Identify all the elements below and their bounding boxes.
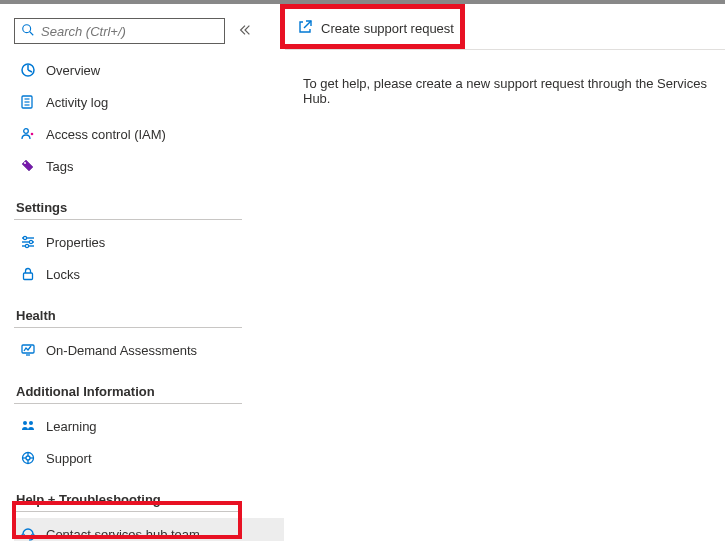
sidebar-item-label: Contact services hub team	[46, 527, 200, 542]
support-icon	[20, 450, 36, 466]
sidebar-item-label: Locks	[46, 267, 80, 282]
help-text: To get help, please create a new support…	[285, 50, 725, 132]
svg-line-1	[30, 31, 34, 35]
properties-icon	[20, 234, 36, 250]
svg-point-13	[29, 240, 32, 243]
svg-point-19	[23, 421, 27, 425]
access-control-icon	[20, 126, 36, 142]
headset-icon	[20, 526, 36, 541]
svg-point-7	[24, 129, 29, 134]
sidebar-item-properties[interactable]: Properties	[14, 226, 244, 258]
sidebar-item-contact-services-hub-team[interactable]: Contact services hub team	[14, 518, 284, 541]
svg-point-20	[29, 421, 33, 425]
external-link-icon	[297, 19, 313, 38]
section-divider	[14, 219, 242, 220]
section-divider	[14, 403, 242, 404]
collapse-sidebar-button[interactable]	[233, 19, 257, 43]
learning-icon	[20, 418, 36, 434]
chevron-double-left-icon	[238, 23, 252, 40]
svg-point-9	[24, 162, 26, 164]
sidebar-item-label: Activity log	[46, 95, 108, 110]
main-content: Create support request To get help, plea…	[285, 4, 725, 541]
svg-point-11	[23, 236, 26, 239]
lock-icon	[20, 266, 36, 282]
sidebar-item-on-demand-assessments[interactable]: On-Demand Assessments	[14, 334, 244, 366]
sidebar-item-label: Tags	[46, 159, 73, 174]
svg-rect-27	[22, 534, 24, 538]
sidebar: Overview Activity log Access control (IA…	[0, 4, 285, 541]
sidebar-item-label: Support	[46, 451, 92, 466]
svg-point-15	[25, 244, 28, 247]
svg-rect-28	[32, 534, 34, 538]
assessments-icon	[20, 342, 36, 358]
sidebar-item-label: Learning	[46, 419, 97, 434]
sidebar-item-tags[interactable]: Tags	[14, 150, 244, 182]
section-divider	[14, 511, 242, 512]
sidebar-item-activity-log[interactable]: Activity log	[14, 86, 244, 118]
sidebar-item-label: Access control (IAM)	[46, 127, 166, 142]
sidebar-item-support[interactable]: Support	[14, 442, 244, 474]
svg-rect-16	[24, 273, 33, 280]
activity-log-icon	[20, 94, 36, 110]
section-header-additional-information: Additional Information	[16, 384, 285, 399]
sidebar-item-learning[interactable]: Learning	[14, 410, 244, 442]
svg-point-0	[23, 24, 31, 32]
svg-point-22	[26, 456, 30, 460]
toolbar-button-label: Create support request	[321, 21, 454, 36]
search-icon	[21, 23, 35, 40]
sidebar-item-overview[interactable]: Overview	[14, 54, 244, 86]
search-box[interactable]	[14, 18, 225, 44]
section-header-health: Health	[16, 308, 285, 323]
search-input[interactable]	[35, 23, 218, 40]
sidebar-item-locks[interactable]: Locks	[14, 258, 244, 290]
toolbar: Create support request	[285, 8, 725, 50]
sidebar-item-label: Overview	[46, 63, 100, 78]
section-header-help-troubleshooting: Help + Troubleshooting	[16, 492, 285, 507]
sidebar-item-access-control[interactable]: Access control (IAM)	[14, 118, 244, 150]
sidebar-item-label: Properties	[46, 235, 105, 250]
overview-icon	[20, 62, 36, 78]
section-divider	[14, 327, 242, 328]
svg-point-8	[31, 133, 34, 136]
svg-line-29	[304, 21, 311, 28]
tags-icon	[20, 158, 36, 174]
section-header-settings: Settings	[16, 200, 285, 215]
sidebar-item-label: On-Demand Assessments	[46, 343, 197, 358]
create-support-request-button[interactable]: Create support request	[293, 13, 466, 44]
